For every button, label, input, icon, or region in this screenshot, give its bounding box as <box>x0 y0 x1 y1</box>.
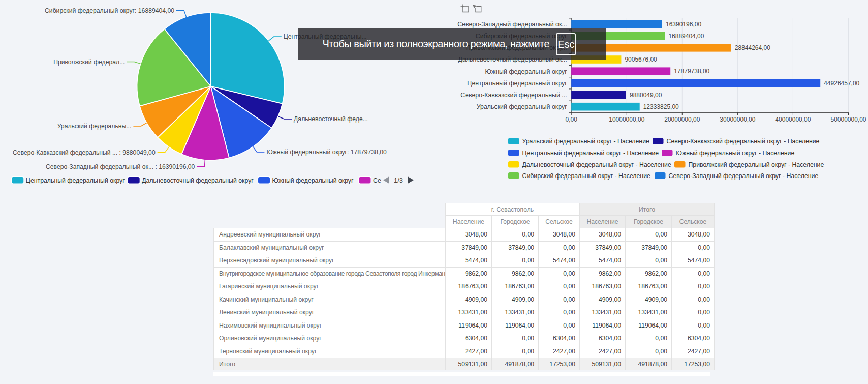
svg-text:Се: Се <box>373 177 381 184</box>
svg-text:17879738,00: 17879738,00 <box>674 68 709 75</box>
svg-text:Дальневосточный федеральный ок: Дальневосточный федеральный округ - Насе… <box>522 161 671 168</box>
svg-text:Центральный федеральный округ: Центральный федеральный округ - Населени… <box>522 150 659 157</box>
svg-text:20000000,00: 20000000,00 <box>664 116 700 123</box>
svg-text:Дальневосточный феде...: Дальневосточный феде... <box>294 115 368 123</box>
svg-text:44926457,00: 44926457,00 <box>824 80 859 87</box>
svg-text:Уральский федеральны...: Уральский федеральны... <box>57 123 132 130</box>
svg-text:Центральный федеральный округ: Центральный федеральный округ <box>467 80 567 87</box>
svg-text:Сибирский федеральный округ: 1: Сибирский федеральный округ: 16889404,00 <box>45 7 174 14</box>
svg-text:16390196,00: 16390196,00 <box>666 21 701 28</box>
svg-text:Южный федеральный округ: Южный федеральный округ <box>272 177 354 184</box>
svg-text:Южный федеральный округ: Южный федеральный округ <box>485 68 567 75</box>
svg-text:Северо-Западный федеральный ок: Северо-Западный федеральный ок... : 1639… <box>46 163 195 170</box>
svg-text:Северо-Западный федеральный ок: Северо-Западный федеральный округ - Насе… <box>669 172 819 180</box>
svg-text:9880049,00: 9880049,00 <box>630 92 662 99</box>
svg-text:Уральский федеральный округ -: Уральский федеральный округ - Население <box>522 138 650 145</box>
svg-text:Дальневосточный федеральный ок: Дальневосточный федеральный округ <box>142 177 254 184</box>
svg-text:Уральский федеральный округ: Уральский федеральный округ <box>477 103 567 110</box>
svg-text:Южный федеральный округ - Насе: Южный федеральный округ - Население <box>676 150 795 157</box>
svg-text:40000000,00: 40000000,00 <box>775 116 811 123</box>
svg-text:Северо-Западный федеральный ок: Северо-Западный федеральный ок... <box>457 21 567 28</box>
svg-text:Северо-Кавказский федеральный: Северо-Кавказский федеральный округ - На… <box>667 138 820 145</box>
svg-text:9005676,00: 9005676,00 <box>625 56 657 63</box>
svg-text:30000000,00: 30000000,00 <box>720 116 755 123</box>
svg-text:12333825,00: 12333825,00 <box>643 103 679 110</box>
svg-text:Центральный федеральный округ: Центральный федеральный округ <box>26 177 125 184</box>
svg-text:Сибирский федеральный округ -: Сибирский федеральный округ - Население <box>522 172 651 180</box>
svg-text:50000000,00: 50000000,00 <box>830 116 866 123</box>
svg-text:16889404,00: 16889404,00 <box>668 33 704 40</box>
svg-text:10000000,00: 10000000,00 <box>609 116 644 123</box>
svg-text:1/3: 1/3 <box>394 176 403 184</box>
svg-text:Северо-Кавказский федеральный: Северо-Кавказский федеральный ... <box>460 92 567 99</box>
svg-text:Северо-Кавказский федеральный: Северо-Кавказский федеральный ... : 9880… <box>13 149 156 156</box>
svg-text:0,00: 0,00 <box>566 116 578 123</box>
svg-text:Приволжский федеральный округ: Приволжский федеральный округ - Населени… <box>689 161 824 168</box>
svg-text:Южный федеральный округ: 17879: Южный федеральный округ: 17879738,00 <box>266 149 387 156</box>
svg-text:Приволжский федерал...: Приволжский федерал... <box>53 58 125 66</box>
svg-text:28844264,00: 28844264,00 <box>735 44 770 51</box>
